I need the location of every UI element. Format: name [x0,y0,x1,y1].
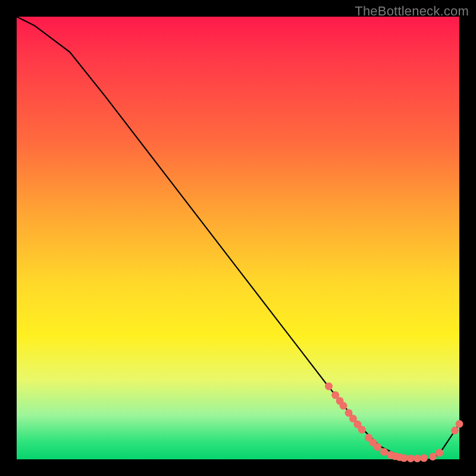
bottleneck-curve [17,17,459,459]
data-marker [407,455,415,462]
data-marker [414,455,421,462]
curve-svg [17,17,459,459]
data-markers [325,383,464,462]
watermark-label: TheBottleneck.com [355,4,469,19]
data-marker [456,420,464,428]
data-marker [436,449,443,456]
data-marker [374,443,381,451]
data-marker [358,426,366,434]
data-marker [429,453,437,461]
data-marker [400,454,408,462]
chart-frame: TheBottleneck.com [0,0,476,476]
data-marker [451,427,459,434]
data-marker [340,402,347,410]
data-marker [380,448,388,456]
data-marker [325,383,333,390]
plot-area [17,17,459,459]
data-marker [420,454,428,462]
